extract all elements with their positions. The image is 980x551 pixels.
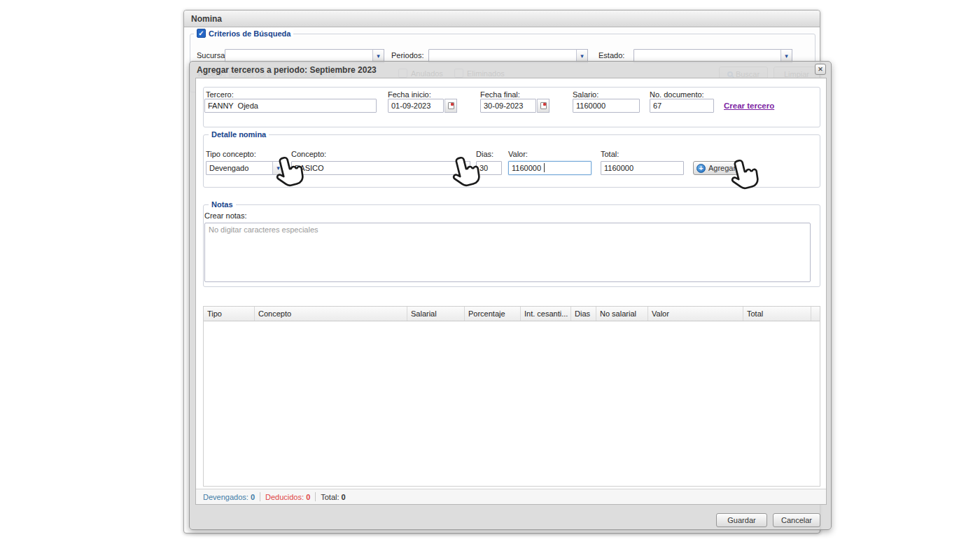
column-header-porcentaje[interactable]: Porcentaje [465, 307, 521, 321]
chevron-down-icon: ▾ [377, 53, 380, 60]
tipo-concepto-combo[interactable] [206, 161, 273, 175]
fecha-inicio-input[interactable] [388, 99, 444, 113]
estado-label: Estado: [598, 51, 624, 60]
column-header-salarial[interactable]: Salarial [407, 307, 465, 321]
column-header-total[interactable]: Total [743, 307, 811, 321]
crear-tercero-link[interactable]: Crear tercero [724, 102, 774, 110]
devengados-total: Devengados: 0 [203, 493, 255, 501]
fecha-final-input[interactable] [480, 99, 536, 113]
total-label: Total: [601, 150, 619, 158]
concepto-combo[interactable] [291, 161, 459, 175]
fecha-inicio-label: Fecha inicio: [388, 90, 431, 99]
statusbar-divider [260, 492, 260, 501]
window-title: Nomina [191, 14, 222, 24]
column-header-filler [811, 307, 820, 321]
screen: Nomina ✓ Criterios de Búsqueda Sucursal:… [0, 0, 980, 551]
valor-label: Valor: [508, 150, 528, 158]
criterios-checkbox[interactable]: ✓ [197, 29, 206, 38]
crear-notas-label: Crear notas: [204, 211, 247, 220]
nomina-window-header: Nomina [184, 11, 820, 27]
salario-label: Salario: [573, 90, 598, 99]
tipo-concepto-label: Tipo concepto: [206, 150, 256, 158]
criterios-legend-label: Criterios de Búsqueda [209, 29, 290, 38]
grand-total: Total: 0 [321, 493, 345, 501]
column-header-valor[interactable]: Valor [648, 307, 743, 321]
grid-body-empty [204, 321, 820, 487]
documento-input[interactable] [650, 99, 714, 113]
column-header-tipo[interactable]: Tipo [204, 307, 255, 321]
periodos-label: Periodos: [391, 51, 424, 60]
grid-header: Tipo Concepto Salarial Porcentaje Int. c… [204, 307, 820, 321]
chevron-down-icon: ▾ [580, 53, 584, 60]
totals-statusbar: Devengados: 0 Deducidos: 0 Total: 0 [196, 489, 826, 504]
deducidos-total: Deducidos: 0 [265, 493, 310, 501]
fecha-inicio-calendar-trigger[interactable] [444, 99, 457, 113]
calendar-icon [540, 102, 547, 109]
column-header-concepto[interactable]: Concepto [255, 307, 407, 321]
fecha-final-calendar-trigger[interactable] [537, 99, 550, 113]
salario-input[interactable] [573, 99, 640, 113]
close-icon: ✕ [818, 66, 823, 73]
tercero-label: Tercero: [206, 90, 234, 99]
statusbar-divider [315, 492, 316, 501]
notas-legend: Notas [209, 200, 236, 209]
calendar-icon [448, 102, 454, 109]
column-header-int-cesantias[interactable]: Int. cesanti... [521, 307, 571, 321]
column-header-dias[interactable]: Dias [571, 307, 596, 321]
notas-textarea[interactable] [204, 223, 811, 282]
text-caret [544, 163, 545, 172]
modal-body: Tercero: Fecha inicio: Fecha final: Sala… [195, 78, 827, 505]
valor-input[interactable] [508, 161, 592, 175]
detalle-grid: Tipo Concepto Salarial Porcentaje Int. c… [203, 306, 820, 487]
chevron-down-icon: ▾ [785, 53, 788, 60]
plus-circle-icon: + [696, 164, 706, 173]
modal-title: Agregar terceros a periodo: Septiembre 2… [197, 65, 377, 75]
sucursal-label: Sucursal: [197, 51, 229, 60]
agregar-terceros-modal: Agregar terceros a periodo: Septiembre 2… [189, 61, 832, 530]
documento-label: No. documento: [650, 90, 704, 99]
cancelar-button[interactable]: Cancelar [773, 513, 820, 527]
close-button[interactable]: ✕ [815, 64, 826, 75]
detalle-legend: Detalle nomina [209, 130, 269, 139]
column-header-no-salarial[interactable]: No salarial [596, 307, 648, 321]
tercero-input[interactable] [204, 99, 377, 113]
criterios-legend: ✓ Criterios de Búsqueda [194, 29, 293, 38]
fecha-final-label: Fecha final: [480, 90, 520, 99]
guardar-button[interactable]: Guardar [716, 513, 767, 527]
total-input[interactable] [601, 161, 684, 175]
